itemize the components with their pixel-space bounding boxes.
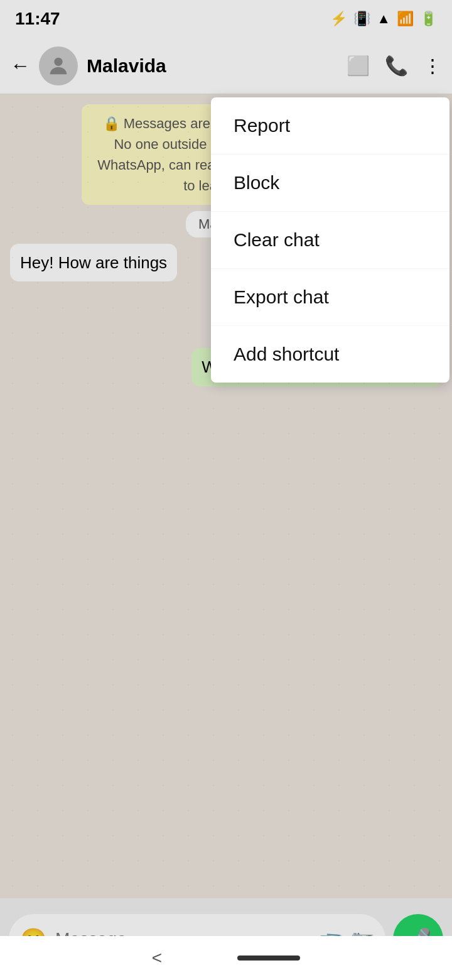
- menu-item-label: Report: [234, 115, 290, 136]
- menu-item-add-shortcut[interactable]: Add shortcut: [211, 326, 449, 383]
- nav-home-pill[interactable]: [237, 956, 300, 961]
- menu-item-label: Export chat: [234, 286, 329, 308]
- menu-item-block[interactable]: Block: [211, 155, 449, 212]
- menu-item-label: Block: [234, 172, 279, 193]
- menu-item-clear-chat[interactable]: Clear chat: [211, 212, 449, 269]
- menu-item-label: Clear chat: [234, 229, 320, 251]
- system-nav-bar: <: [0, 936, 452, 980]
- nav-back-button[interactable]: <: [152, 948, 162, 968]
- menu-item-export-chat[interactable]: Export chat: [211, 269, 449, 326]
- menu-item-label: Add shortcut: [234, 344, 339, 365]
- dropdown-menu: Report Block Clear chat Export chat Add …: [211, 97, 449, 383]
- menu-item-report[interactable]: Report: [211, 97, 449, 155]
